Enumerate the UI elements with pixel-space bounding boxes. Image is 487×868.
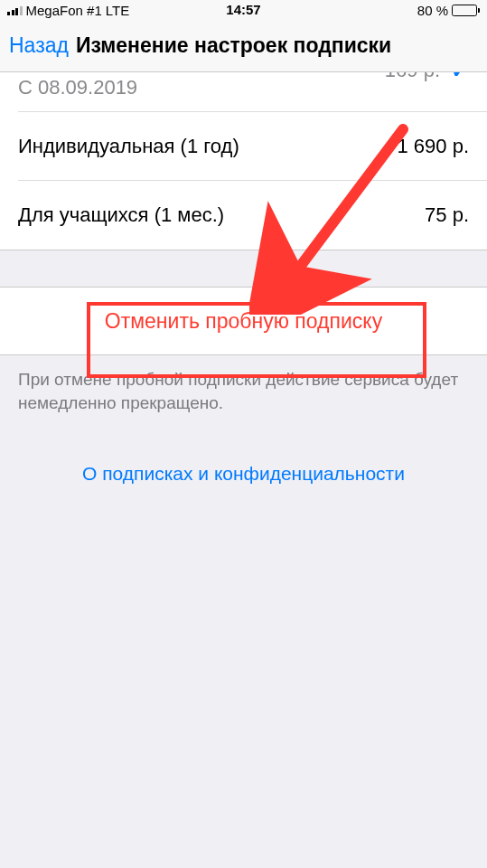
page-title: Изменение настроек подписки [76, 33, 391, 58]
privacy-link[interactable]: О подписках и конфиденциальности [82, 463, 405, 485]
checkmark-icon: ✓ [451, 72, 469, 83]
battery-icon [452, 5, 480, 16]
option-individual-price: 1 690 р. [397, 135, 469, 158]
option-current[interactable]: С 08.09.2019 169 р. ✓ [0, 72, 487, 112]
option-student-price: 75 р. [425, 203, 469, 227]
back-button[interactable]: Назад [9, 33, 69, 58]
option-current-price: 169 р. [385, 72, 440, 82]
subscription-options-list: С 08.09.2019 169 р. ✓ Индивидуальная (1 … [0, 72, 487, 250]
network-label: LTE [106, 3, 129, 18]
option-student[interactable]: Для учащихся (1 мес.) 75 р. [0, 181, 487, 250]
cancel-subscription-label: Отменить пробную подписку [105, 309, 382, 334]
cancel-subscription-button[interactable]: Отменить пробную подписку [0, 288, 487, 354]
status-bar: MegaFon #1 LTE 14:57 80 % [0, 0, 487, 20]
clock: 14:57 [226, 2, 260, 17]
signal-icon [7, 5, 23, 15]
navigation-bar: Назад Изменение настроек подписки [0, 20, 487, 72]
back-label: Назад [9, 33, 69, 58]
option-current-sublabel: С 08.09.2019 [18, 76, 137, 99]
cancel-section: Отменить пробную подписку [0, 287, 487, 355]
cancel-footnote: При отмене пробной подписки действие сер… [0, 355, 487, 427]
option-student-label: Для учащихся (1 мес.) [18, 203, 224, 227]
carrier-label: MegaFon #1 [26, 3, 102, 18]
option-individual[interactable]: Индивидуальная (1 год) 1 690 р. [0, 112, 487, 181]
battery-percent: 80 % [417, 3, 448, 18]
option-individual-label: Индивидуальная (1 год) [18, 135, 239, 158]
